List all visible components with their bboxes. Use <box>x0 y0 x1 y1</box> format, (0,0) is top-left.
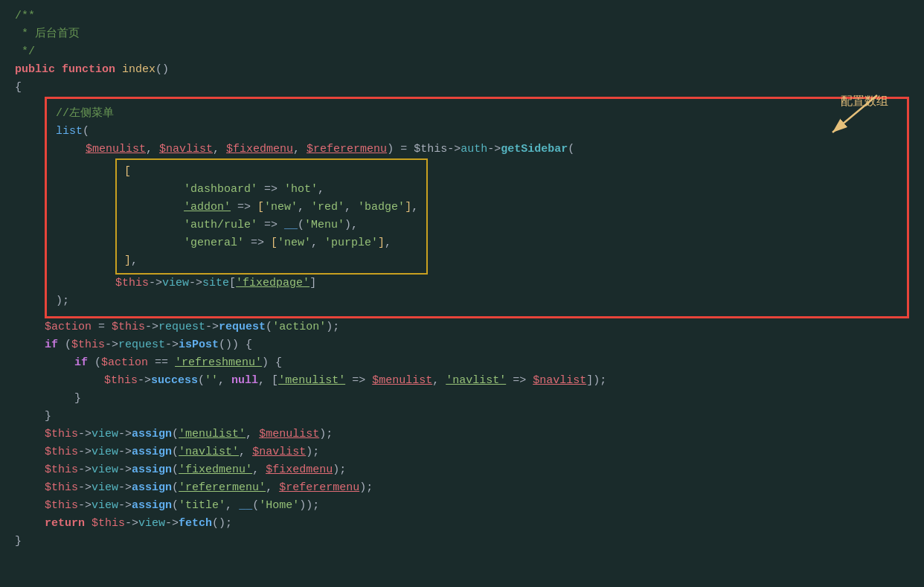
string-authrule: 'auth/rule' <box>184 216 257 234</box>
prop-view6: view <box>138 515 165 533</box>
string-navlist2: 'navlist' <box>179 443 239 461</box>
func-dunder: __ <box>284 216 298 234</box>
var-menulist2: $menulist <box>372 372 432 390</box>
comment-text: * 后台首页 <box>15 25 80 43</box>
code-line: 'addon' => [ 'new' , 'red' , 'badge' ] , <box>124 199 419 216</box>
var-navlist3: $navlist <box>252 443 306 461</box>
paren: ) { <box>262 354 282 372</box>
equals: == <box>148 354 175 372</box>
method-success: success <box>151 372 198 390</box>
method-fetch: fetch <box>179 515 212 533</box>
bracket: ] <box>378 234 385 252</box>
arrow: -> <box>149 275 162 292</box>
comma: , <box>225 497 239 515</box>
var-menulist3: $menulist <box>259 426 319 443</box>
arrow-op: => <box>244 234 271 252</box>
comma: , <box>252 461 266 479</box>
paren: ), <box>344 216 358 234</box>
code-line: [ <box>124 163 419 181</box>
arrow-op: => <box>231 199 257 216</box>
bracket: [ <box>271 234 277 252</box>
list-function: list <box>56 123 83 141</box>
code-line: $this -> view -> assign ( 'navlist' , $n… <box>15 443 909 461</box>
inline-comment: //左侧菜单 <box>56 105 114 123</box>
string-navlist: 'navlist' <box>446 372 506 390</box>
var-menulist: $menulist <box>86 141 146 158</box>
paren: ( <box>266 318 272 336</box>
method-getSidebar: getSidebar <box>501 141 568 158</box>
code-line: 'general' => [ 'new' , 'purple' ] , <box>124 234 419 252</box>
var-fixedmenu: $fixedmenu <box>226 141 293 158</box>
bracket: ] <box>124 252 131 270</box>
paren: ); <box>326 318 339 336</box>
code-line: $this -> view -> assign ( 'fixedmenu' , … <box>15 461 909 479</box>
this-kw: $this <box>45 426 78 443</box>
this-kw: $this <box>112 318 145 336</box>
code-line: //左侧菜单 <box>56 105 898 123</box>
comma: , [ <box>258 372 278 390</box>
this-kw: $this <box>104 372 138 390</box>
comment-text: */ <box>15 43 35 61</box>
string-home: 'Home' <box>259 497 299 515</box>
arrow-op: => <box>506 372 533 390</box>
paren: ( <box>65 336 71 354</box>
property-site: site <box>202 275 229 292</box>
prop-view5: view <box>92 497 118 515</box>
comma: , <box>411 199 418 216</box>
string-badge: 'badge' <box>358 199 405 216</box>
string-fixedmenu: 'fixedmenu' <box>179 461 252 479</box>
prop-request: request <box>158 318 205 336</box>
code-line: { <box>15 79 909 97</box>
code-editor: /** * 后台首页 */ public function index() { <box>0 0 924 565</box>
bracket: ] <box>309 275 316 292</box>
var-navlist2: $navlist <box>533 372 586 390</box>
arrow: -> <box>145 318 158 336</box>
string-referermenu: 'referermenu' <box>179 479 266 497</box>
code-line: if ( $this -> request -> isPost ()) { <box>15 336 909 354</box>
property-view: view <box>162 275 189 292</box>
string-red: 'red' <box>311 199 344 216</box>
keyword-if: if <box>45 336 65 354</box>
arrow-op: => <box>257 181 284 199</box>
assign: = <box>92 318 112 336</box>
paren: )); <box>299 497 319 515</box>
comma: , <box>293 141 307 158</box>
code-line: if ( $action == 'refreshmenu' ) { <box>15 354 909 372</box>
var-referermenu: $referermenu <box>307 141 387 158</box>
arrow-op: => <box>345 372 372 390</box>
comma: , <box>298 199 311 216</box>
parens: ()) { <box>219 336 252 354</box>
prop-request2: request <box>118 336 165 354</box>
string-empty: '' <box>205 372 218 390</box>
comma: , <box>432 372 446 390</box>
arrow: -> <box>138 372 151 390</box>
code-line: $action = $this -> request -> request ( … <box>15 318 909 336</box>
string-menulist: 'menulist' <box>278 372 345 390</box>
arrow-container: 配置数组 <box>818 92 885 147</box>
string-general: 'general' <box>184 234 244 252</box>
code-line: * 后台首页 <box>15 25 909 43</box>
bracket: [ <box>257 199 264 216</box>
comma: , <box>311 234 324 252</box>
this-kw: $this <box>45 479 78 497</box>
method-assign5: assign <box>132 497 172 515</box>
paren: ); <box>359 479 373 497</box>
comma: , <box>131 252 138 270</box>
bracket: [ <box>124 163 131 181</box>
arrow: -> <box>125 515 138 533</box>
paren: ( <box>172 479 179 497</box>
arrow: -> <box>118 426 132 443</box>
paren: ( <box>252 497 259 515</box>
keyword-function: function <box>62 61 122 79</box>
comment-text: /** <box>15 7 35 25</box>
arrow: -> <box>487 141 501 158</box>
prop-view4: view <box>92 479 118 497</box>
string-action: 'action' <box>272 318 326 336</box>
paren: ( <box>298 216 304 234</box>
paren: ( <box>172 497 179 515</box>
red-highlight-box: 配置数组 //左侧菜单 list( $menulist , $navlist ,… <box>45 97 909 318</box>
arrow: -> <box>78 426 92 443</box>
method-request: request <box>219 318 266 336</box>
brace-close2: } <box>45 408 51 426</box>
var-action: $action <box>45 318 92 336</box>
